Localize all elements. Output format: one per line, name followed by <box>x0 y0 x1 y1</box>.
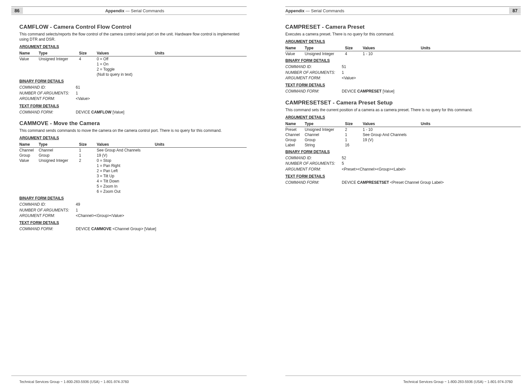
cammove-cmdid: COMMAND ID:49 <box>19 202 247 207</box>
breadcrumb: Appendix — Serial Commands <box>23 8 247 13</box>
campreset-cmdform: COMMAND FORM:DEVICE CAMPRESET [Value] <box>285 89 521 94</box>
campreset-numargs: NUMBER OF ARGUMENTS:1 <box>285 70 521 75</box>
cell-size: 2 <box>79 158 97 163</box>
right-content: CAMPRESET - Camera Preset Executes a cam… <box>285 24 521 186</box>
cell-units <box>155 189 247 194</box>
cell-units <box>155 148 247 153</box>
cell-name <box>19 173 39 179</box>
cammove-arg-table: Name Type Size Values Units ChannelChann… <box>19 142 247 194</box>
cell-name <box>19 179 39 184</box>
cell-values: See Group And Channels <box>363 132 421 137</box>
cell-units <box>155 173 247 179</box>
cell-units <box>155 168 247 173</box>
campresetset-cmdid: COMMAND ID:52 <box>285 155 521 161</box>
cell-units <box>421 132 521 137</box>
cell-values: 0 = Off <box>97 56 155 62</box>
cell-values: (Null to query in text) <box>97 72 155 77</box>
table-row: 5 = Zoom In <box>19 184 247 189</box>
cell-size <box>79 67 97 72</box>
campreset-arg-h: ARGUMENT DETAILS <box>285 39 521 44</box>
campreset-rows: ValueUnsigned Integer41 - 10 <box>285 51 521 57</box>
breadcrumb-sep: — <box>304 8 311 13</box>
campresetset-desc: This command sets the current position o… <box>285 107 521 113</box>
camflow-rows: ValueUnsigned Integer40 = Off1 = On2 = T… <box>19 56 247 77</box>
cell-values: 2 = Pan Left <box>97 168 155 173</box>
campresetset-arg-h: ARGUMENT DETAILS <box>285 115 521 120</box>
cell-name: Group <box>19 153 39 158</box>
cell-values: 0 = Stop <box>97 158 155 163</box>
campreset-cmdid: COMMAND ID:51 <box>285 64 521 70</box>
cell-size <box>79 184 97 189</box>
cell-size <box>79 168 97 173</box>
cell-size: 1 <box>345 137 363 142</box>
campresetset-numargs: NUMBER OF ARGUMENTS:5 <box>285 161 521 166</box>
cell-type: Group <box>39 153 79 158</box>
cell-name: Value <box>19 158 39 163</box>
table-row: ValueUnsigned Integer20 = Stop <box>19 158 247 163</box>
page-number-left: 86 <box>11 7 23 14</box>
cell-name <box>19 72 39 77</box>
cell-name <box>19 67 39 72</box>
cell-type: Unsigned Integer <box>39 158 79 163</box>
top-rule <box>11 6 247 7</box>
col-units: Units <box>421 45 521 51</box>
cell-units <box>155 184 247 189</box>
cell-units <box>421 127 521 132</box>
cell-size: 16 <box>345 142 363 148</box>
cell-size: 1 <box>345 132 363 137</box>
col-size: Size <box>79 50 97 56</box>
table-row: PresetUnsigned Integer21 - 10 <box>285 127 521 132</box>
header-bar: Appendix — Serial Commands 87 <box>285 7 521 15</box>
col-name: Name <box>285 121 305 127</box>
camflow-argform: ARGUMENT FORM:<Value> <box>19 96 247 102</box>
cell-units <box>421 137 521 142</box>
campreset-bin-h: BINARY FORM DETAILS <box>285 58 521 63</box>
cell-type <box>39 179 79 184</box>
breadcrumb-sep: — <box>124 8 131 13</box>
cammove-rows: ChannelChannel1See Group And ChannelsGro… <box>19 148 247 194</box>
header-bar: 86 Appendix — Serial Commands <box>11 7 247 15</box>
table-row: GroupGroup119 (V) <box>285 137 521 142</box>
cell-size <box>79 163 97 168</box>
cell-name <box>19 163 39 168</box>
campreset-txt-h: TEXT FORM DETAILS <box>285 83 521 87</box>
col-units: Units <box>421 121 521 127</box>
cell-type: Group <box>305 137 345 142</box>
campreset-argform: ARGUMENT FORM:<Value> <box>285 75 521 81</box>
col-type: Type <box>39 142 79 148</box>
cell-size: 1 <box>79 153 97 158</box>
table-row: ValueUnsigned Integer40 = Off <box>19 56 247 62</box>
camflow-cmdid: COMMAND ID:61 <box>19 85 247 90</box>
camflow-bin-h: BINARY FORM DETAILS <box>19 79 247 83</box>
cammove-bin-h: BINARY FORM DETAILS <box>19 196 247 201</box>
cell-units <box>155 72 247 77</box>
cell-values <box>363 142 421 148</box>
cell-values: 1 = Pan Right <box>97 163 155 168</box>
cammove-numargs: NUMBER OF ARGUMENTS:1 <box>19 208 247 213</box>
bottom-rule <box>11 376 247 376</box>
cell-size <box>79 173 97 179</box>
cell-type <box>39 184 79 189</box>
cell-size <box>79 189 97 194</box>
cammove-arg-h: ARGUMENT DETAILS <box>19 136 247 140</box>
cell-type <box>39 168 79 173</box>
cell-type <box>39 72 79 77</box>
cell-name <box>19 62 39 67</box>
cell-type <box>39 163 79 168</box>
cell-size: 4 <box>345 51 363 57</box>
cell-name: Preset <box>285 127 305 132</box>
campresetset-arg-table: Name Type Size Values Units PresetUnsign… <box>285 121 521 148</box>
cammove-title: CAMMOVE - Move the Camera <box>19 120 247 127</box>
breadcrumb-tail: Serial Commands <box>131 8 164 13</box>
left-content: CAMFLOW - Camera Control Flow Control Th… <box>11 24 247 232</box>
col-type: Type <box>305 45 345 51</box>
cell-units <box>421 51 521 57</box>
cell-name <box>19 184 39 189</box>
cell-values: 5 = Zoom In <box>97 184 155 189</box>
cell-units <box>155 163 247 168</box>
cell-units <box>421 142 521 148</box>
col-size: Size <box>345 45 363 51</box>
footer-right: Technical Services Group ~ 1-800-283-593… <box>285 380 513 384</box>
cell-values: 19 (V) <box>363 137 421 142</box>
col-type: Type <box>305 121 345 127</box>
